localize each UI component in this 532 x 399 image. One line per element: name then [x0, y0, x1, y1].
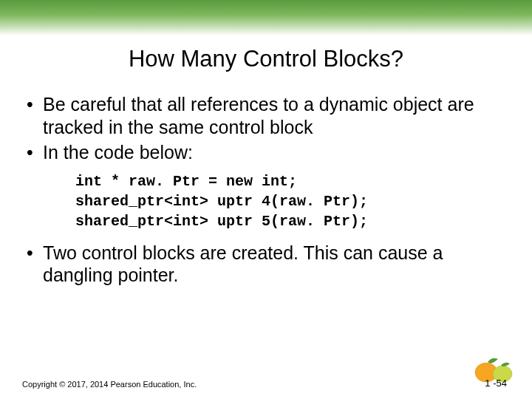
- footer: Copyright © 2017, 2014 Pearson Education…: [22, 378, 510, 389]
- bullet-item: In the code below:: [22, 141, 510, 164]
- copyright-text: Copyright © 2017, 2014 Pearson Education…: [22, 380, 197, 389]
- code-line: shared_ptr<int> uptr 5(raw. Ptr);: [75, 213, 368, 230]
- bullet-list-bottom: Two control blocks are created. This can…: [22, 242, 510, 287]
- page-number: 1 -54: [485, 378, 507, 389]
- bullet-list-top: Be careful that all references to a dyna…: [22, 93, 510, 164]
- slide-title: How Many Control Blocks?: [0, 46, 532, 72]
- bullet-item: Two control blocks are created. This can…: [22, 242, 510, 287]
- slide-content: Be careful that all references to a dyna…: [0, 93, 532, 287]
- code-line: int * raw. Ptr = new int;: [75, 173, 297, 190]
- code-block: int * raw. Ptr = new int; shared_ptr<int…: [75, 171, 510, 231]
- top-gradient-band: [0, 0, 532, 35]
- bullet-item: Be careful that all references to a dyna…: [22, 93, 510, 138]
- code-line: shared_ptr<int> uptr 4(raw. Ptr);: [75, 193, 368, 210]
